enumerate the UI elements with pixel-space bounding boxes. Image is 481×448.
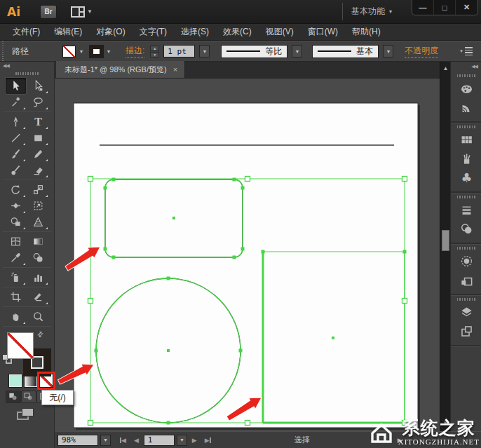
maximize-button[interactable]: □ [434,0,456,15]
selection-handle[interactable] [402,177,407,182]
tool-artboard[interactable] [6,289,26,305]
tools-panel-gripper[interactable] [15,72,39,75]
fill-indicator-none-swatch[interactable] [7,332,34,359]
anchor-point[interactable] [104,186,107,190]
none-button[interactable] [39,374,53,388]
selection-handle[interactable] [88,299,93,304]
artboard-dropdown[interactable]: ▼ [177,435,187,446]
selection-handle[interactable] [88,421,93,426]
panel-button-color-guide[interactable] [451,98,481,117]
arrange-documents-button[interactable]: ▼ [71,6,93,18]
menu-c[interactable]: 效果(C) [216,24,259,40]
fill-none-swatch[interactable] [62,46,76,57]
chevron-down-icon[interactable]: ▼ [104,46,113,57]
tool-rectangle[interactable] [28,130,48,146]
anchor-point[interactable] [403,250,407,254]
menu-t[interactable]: 文字(T) [133,24,174,40]
color-button[interactable] [8,374,22,388]
brush-dropdown[interactable]: ▼ [383,45,393,57]
menu-v[interactable]: 视图(V) [259,24,301,40]
stroke-color-swatch[interactable] [90,46,103,57]
anchor-point[interactable] [239,349,243,353]
anchor-point[interactable] [167,277,170,280]
panel-button-color[interactable] [451,79,481,98]
tool-hand[interactable] [6,308,26,325]
brush-definition-field[interactable]: 基本 [312,45,379,58]
tool-zoom[interactable] [28,308,48,325]
tool-symbol-sprayer[interactable] [6,269,26,285]
menu-o[interactable]: 对象(O) [89,24,132,40]
stroke-color-control[interactable]: ▼ [90,46,113,57]
anchor-point[interactable] [233,256,236,259]
tool-free-transform[interactable] [28,198,48,214]
collapse-panel-icon[interactable]: ◀◀ [3,63,9,69]
tool-direct-selection[interactable] [28,78,48,94]
workspace-switcher[interactable]: 基本功能 ▾ [342,3,402,20]
menu-e[interactable]: 编辑(E) [47,24,89,40]
stepper-down-icon[interactable]: ▼ [150,52,159,57]
tool-magic-wand[interactable] [6,94,26,110]
dock-gripper[interactable] [457,196,475,198]
anchor-point[interactable] [241,186,245,190]
tool-blob-brush[interactable] [6,162,26,178]
tool-pencil[interactable] [28,146,48,162]
panel-button-graphic-styles[interactable] [451,271,481,290]
stroke-weight-field[interactable]: 1 pt [163,45,195,57]
anchor-point[interactable] [112,178,116,182]
last-artboard-button[interactable]: ▶ [202,437,214,444]
tool-slice[interactable] [28,289,48,305]
dock-gripper[interactable] [457,74,475,77]
screen-mode-button[interactable] [17,408,36,422]
control-bar-gripper[interactable] [0,41,5,61]
anchor-point[interactable] [262,250,265,254]
fill-color-control[interactable]: ▼ [62,46,86,57]
draw-behind-button[interactable] [21,391,36,403]
anchor-point[interactable] [241,247,245,251]
stepper-up-icon[interactable]: ▲ [150,46,159,51]
opacity-panel-link[interactable]: 不透明度 [405,45,438,58]
tool-paintbrush[interactable] [6,146,26,162]
dock-gripper[interactable] [457,125,475,128]
minimize-button[interactable]: — [412,0,434,15]
tool-line-segment[interactable] [6,130,26,146]
draw-normal-button[interactable] [6,391,21,403]
next-artboard-button[interactable]: ▶ [189,437,200,444]
zoom-dropdown[interactable]: ▼ [100,435,111,446]
tool-shape-builder[interactable] [6,214,26,230]
bridge-button[interactable]: Br [40,5,57,19]
dock-gripper[interactable] [457,247,475,250]
tool-blend[interactable] [28,250,48,266]
tool-scale[interactable] [28,182,48,198]
close-tab-icon[interactable]: × [173,65,177,74]
menu-f[interactable]: 文件(F) [6,24,47,40]
canvas[interactable] [55,79,440,431]
menu-s[interactable]: 选择(S) [174,24,216,40]
vertical-scrollbar[interactable]: ▲ ▼ [440,62,450,448]
tool-rotate[interactable] [6,182,26,198]
tool-mesh[interactable] [6,233,26,250]
stroke-panel-link[interactable]: 描边: [126,45,144,58]
selection-handle[interactable] [402,299,407,304]
panel-button-artboards[interactable] [451,322,481,341]
swap-fill-stroke-icon[interactable]: ⇄ [35,330,45,339]
artboard[interactable] [74,103,418,428]
anchor-point[interactable] [233,178,236,182]
selection-handle[interactable] [245,421,250,426]
anchor-point[interactable] [112,256,116,259]
selection-handle[interactable] [88,177,93,182]
previous-artboard-button[interactable]: ◀ [131,437,142,444]
tool-eyedropper[interactable] [6,250,26,266]
variable-width-profile-field[interactable]: 等比 [221,45,287,58]
panel-button-transparency[interactable] [451,219,481,238]
stroke-weight-dropdown[interactable]: ▼ [199,45,210,57]
menu-w[interactable]: 窗口(W) [301,24,345,40]
tool-eraser[interactable] [28,162,48,178]
panel-button-layers[interactable] [451,303,481,322]
tool-pen[interactable] [6,114,26,130]
width-profile-dropdown[interactable]: ▼ [292,45,302,57]
selection-handle[interactable] [245,177,250,182]
panel-button-stroke[interactable] [451,201,481,219]
scroll-up-icon[interactable]: ▲ [440,63,451,74]
tool-gradient[interactable] [28,233,48,250]
artboard-number-field[interactable]: 1 [144,435,175,446]
